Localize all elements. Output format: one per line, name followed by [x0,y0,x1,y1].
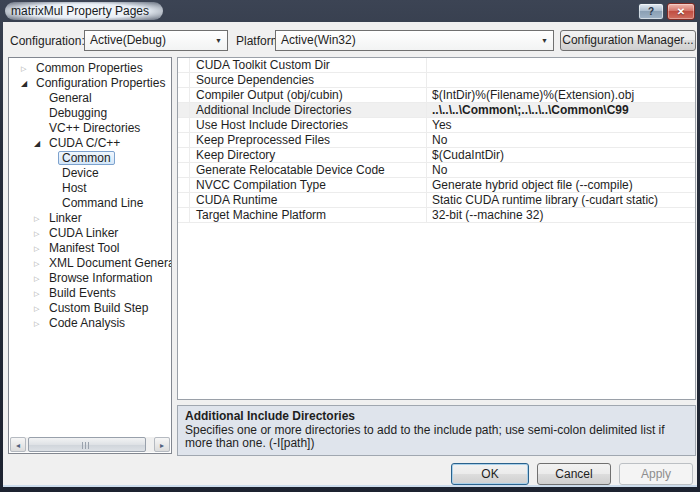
property-row-generate-relocatable-device-code[interactable]: Generate Relocatable Device CodeNo [178,163,695,178]
tree-item-label: Common [58,151,115,165]
tree-item-common-properties[interactable]: ▷Common Properties [9,61,171,76]
tree-item-cuda-c-c[interactable]: ◢CUDA C/C++ [9,136,171,151]
tree-item-custom-build-step[interactable]: ▷Custom Build Step [9,301,171,316]
tree-item-host[interactable]: Host [9,181,171,196]
tree-item-label: Manifest Tool [45,241,123,255]
property-value[interactable]: Yes [426,118,695,132]
tree-collapsed-icon[interactable]: ▷ [34,211,44,226]
row-gutter [178,73,190,87]
tree-collapsed-icon[interactable]: ▷ [21,61,31,76]
property-value[interactable]: No [426,163,695,177]
tree-collapsed-icon[interactable]: ▷ [34,301,44,316]
tree-item-cuda-linker[interactable]: ▷CUDA Linker [9,226,171,241]
property-name[interactable]: CUDA Runtime [190,193,426,207]
apply-button[interactable]: Apply [619,463,693,485]
tree-item-command-line[interactable]: Command Line [9,196,171,211]
tree-collapsed-icon[interactable]: ▷ [34,241,44,256]
tree-collapsed-icon[interactable]: ▷ [34,271,44,286]
property-row-source-dependencies[interactable]: Source Dependencies [178,73,695,88]
description-body: Specifies one or more directories to add… [185,424,688,450]
property-pages-dialog: matrixMul Property Pages ? ✕ Configurati… [0,0,700,492]
ok-button[interactable]: OK [451,463,529,485]
property-row-cuda-toolkit-custom-dir[interactable]: CUDA Toolkit Custom Dir [178,58,695,73]
tree-item-linker[interactable]: ▷Linker [9,211,171,226]
property-row-use-host-include-directories[interactable]: Use Host Include DirectoriesYes [178,118,695,133]
row-gutter [178,103,190,117]
property-name[interactable]: Keep Preprocessed Files [190,133,426,147]
property-value[interactable]: 32-bit (--machine 32) [426,208,695,222]
tree-collapsed-icon[interactable]: ▷ [34,316,44,331]
property-name[interactable]: Generate Relocatable Device Code [190,163,426,177]
property-row-keep-directory[interactable]: Keep Directory$(CudaIntDir) [178,148,695,163]
title-bar[interactable]: matrixMul Property Pages ? ✕ [0,0,700,22]
chevron-down-icon: ▼ [536,31,553,50]
tree-item-debugging[interactable]: Debugging [9,106,171,121]
property-name[interactable]: Keep Directory [190,148,426,162]
tree-item-manifest-tool[interactable]: ▷Manifest Tool [9,241,171,256]
property-value[interactable]: $(CudaIntDir) [426,148,695,162]
row-gutter [178,133,190,147]
property-name[interactable]: Use Host Include Directories [190,118,426,132]
configuration-dropdown[interactable]: Active(Debug) ▼ [84,30,228,51]
close-button[interactable]: ✕ [667,3,695,20]
property-row-nvcc-compilation-type[interactable]: NVCC Compilation TypeGenerate hybrid obj… [178,178,695,193]
property-name[interactable]: CUDA Toolkit Custom Dir [190,58,426,72]
tree-item-build-events[interactable]: ▷Build Events [9,286,171,301]
row-gutter [178,118,190,132]
tree-item-code-analysis[interactable]: ▷Code Analysis [9,316,171,331]
tree-item-configuration-properties[interactable]: ◢Configuration Properties [9,76,171,91]
property-value[interactable]: ..\..\..\Common\;..\..\..\Common\C99 [426,103,695,117]
tree-collapsed-icon[interactable]: ▷ [34,286,44,301]
tree-item-common[interactable]: Common [9,151,171,166]
scrollbar-track[interactable] [26,437,154,452]
property-name[interactable]: Additional Include Directories [190,103,426,117]
tree-item-label: Debugging [45,106,111,120]
tree-item-label: General [45,91,96,105]
property-value[interactable]: Static CUDA runtime library (-cudart sta… [426,193,695,207]
scroll-right-icon[interactable]: ▸ [154,437,170,452]
tree-item-vc-directories[interactable]: VC++ Directories [9,121,171,136]
property-value[interactable]: $(IntDir)%(Filename)%(Extension).obj [426,88,695,102]
row-gutter [178,163,190,177]
scrollbar-thumb[interactable] [28,437,146,452]
property-name[interactable]: Target Machine Platform [190,208,426,222]
configuration-manager-button[interactable]: Configuration Manager... [560,30,696,51]
configuration-label: Configuration: [10,34,85,48]
tree-expanded-icon[interactable]: ◢ [34,136,44,151]
tree-collapsed-icon[interactable]: ▷ [34,226,44,241]
property-row-compiler-output-obj-cubin[interactable]: Compiler Output (obj/cubin)$(IntDir)%(Fi… [178,88,695,103]
property-row-target-machine-platform[interactable]: Target Machine Platform32-bit (--machine… [178,208,695,223]
property-value[interactable] [426,58,695,72]
property-value[interactable]: No [426,133,695,147]
platform-dropdown[interactable]: Active(Win32) ▼ [275,30,554,51]
scroll-left-icon[interactable]: ◂ [10,437,26,452]
property-row-cuda-runtime[interactable]: CUDA RuntimeStatic CUDA runtime library … [178,193,695,208]
property-value[interactable]: Generate hybrid object file (--compile) [426,178,695,192]
property-row-keep-preprocessed-files[interactable]: Keep Preprocessed FilesNo [178,133,695,148]
tree-item-device[interactable]: Device [9,166,171,181]
row-gutter [178,208,190,222]
tree-item-label: Custom Build Step [45,301,152,315]
tree-item-xml-document-generator[interactable]: ▷XML Document Generator [9,256,171,271]
tree-expanded-icon[interactable]: ◢ [21,76,31,91]
row-gutter [178,148,190,162]
tree-item-label: Browse Information [45,271,156,285]
property-value[interactable] [426,73,695,87]
tree-item-label: CUDA C/C++ [45,136,124,150]
property-row-additional-include-directories[interactable]: Additional Include Directories..\..\..\C… [178,103,695,118]
cancel-button[interactable]: Cancel [537,463,611,485]
tree-item-label: VC++ Directories [45,121,144,135]
tree-horizontal-scrollbar[interactable]: ◂ ▸ [10,437,170,452]
tree-item-browse-information[interactable]: ▷Browse Information [9,271,171,286]
property-name[interactable]: NVCC Compilation Type [190,178,426,192]
property-name[interactable]: Compiler Output (obj/cubin) [190,88,426,102]
tree-item-general[interactable]: General [9,91,171,106]
help-button[interactable]: ? [638,3,664,20]
property-name[interactable]: Source Dependencies [190,73,426,87]
tree-item-label: Common Properties [32,61,147,75]
tree-collapsed-icon[interactable]: ▷ [34,256,44,271]
tree-item-label: XML Document Generator [45,256,172,270]
tree-item-label: CUDA Linker [45,226,122,240]
row-gutter [178,58,190,72]
row-gutter [178,178,190,192]
